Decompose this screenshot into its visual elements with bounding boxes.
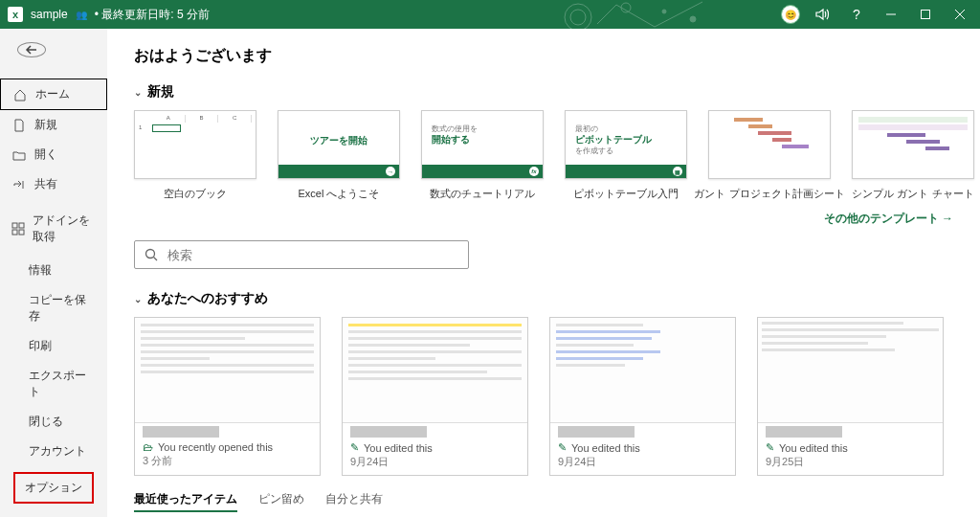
- recent-tabs: 最近使ったアイテム ピン留め 自分と共有: [134, 491, 953, 512]
- file-name-placeholder: [143, 426, 219, 438]
- svg-rect-10: [19, 223, 24, 228]
- help-icon[interactable]: ?: [844, 2, 869, 27]
- template-gantt-project[interactable]: ガント プロジェクト計画シート: [708, 110, 831, 201]
- titlebar-decoration: [559, 0, 808, 29]
- svg-point-0: [570, 10, 586, 25]
- svg-point-2: [621, 3, 631, 12]
- sidebar-item-open[interactable]: 開く: [0, 140, 107, 169]
- recommended-item[interactable]: 🗁You recently opened this 3 分前: [134, 317, 321, 476]
- sidebar-item-addins[interactable]: アドインを取得: [0, 206, 107, 252]
- template-pivot[interactable]: 最初のピボットテーブルを作成する ▦ ピボットテーブル入門: [565, 110, 687, 201]
- template-blank[interactable]: ABC 1 空白のブック: [134, 110, 256, 201]
- open-folder-icon: [11, 147, 27, 163]
- new-section-header[interactable]: ⌄ 新規: [134, 83, 953, 101]
- search-box[interactable]: [134, 240, 469, 269]
- fx-icon: fx: [529, 167, 539, 176]
- recommended-list: 🗁You recently opened this 3 分前 ✎You edit…: [134, 317, 953, 476]
- sidebar-item-label: アドインを取得: [33, 213, 96, 245]
- sidebar-item-print[interactable]: 印刷: [0, 331, 107, 361]
- sidebar-item-label: 開く: [34, 146, 57, 163]
- new-file-icon: [11, 118, 27, 133]
- share-icon: [11, 177, 27, 192]
- sidebar-item-options[interactable]: オプション: [13, 472, 94, 504]
- sidebar-item-export[interactable]: エクスポート: [0, 361, 107, 407]
- pen-icon: ✎: [766, 441, 774, 454]
- svg-rect-9: [12, 223, 17, 228]
- sidebar-item-account[interactable]: アカウント: [0, 437, 107, 466]
- main-content: おはようございます ⌄ 新規 ABC 1 空白のブック ツアーを開始 →: [107, 29, 980, 517]
- recommended-section-header[interactable]: ⌄ あなたへのおすすめ: [134, 290, 953, 307]
- share-indicator-icon: 👥: [76, 10, 87, 20]
- file-name-placeholder: [558, 426, 635, 438]
- sidebar: ホーム 新規 開く 共有 アドインを取得 情報 コピーを保存 印刷 エクスポート…: [0, 29, 107, 517]
- user-avatar[interactable]: 😊: [781, 5, 800, 24]
- svg-line-14: [154, 258, 158, 261]
- tab-recent[interactable]: 最近使ったアイテム: [134, 491, 237, 512]
- file-name-placeholder: [350, 426, 427, 438]
- pen-icon: ✎: [350, 441, 359, 454]
- addins-icon: [11, 221, 25, 236]
- tab-pinned[interactable]: ピン留め: [258, 491, 304, 512]
- template-gallery: ABC 1 空白のブック ツアーを開始 → Excel へようこそ 数式の使用を…: [134, 110, 953, 201]
- search-input[interactable]: [167, 248, 458, 262]
- sidebar-item-info[interactable]: 情報: [0, 256, 107, 285]
- home-icon: [12, 87, 28, 102]
- file-name: sample: [31, 8, 68, 21]
- sidebar-item-home[interactable]: ホーム: [0, 79, 107, 110]
- svg-point-1: [565, 4, 591, 29]
- whats-new-icon[interactable]: [810, 2, 835, 27]
- last-saved: • 最終更新日時: 5 分前: [95, 7, 210, 23]
- sidebar-item-label: ホーム: [35, 86, 70, 102]
- chevron-down-icon: ⌄: [134, 294, 142, 304]
- svg-point-3: [690, 16, 696, 22]
- greeting: おはようございます: [134, 46, 953, 66]
- folder-open-icon: 🗁: [143, 441, 153, 453]
- titlebar: x sample 👥 • 最終更新日時: 5 分前 😊 ?: [0, 0, 980, 29]
- sidebar-item-share[interactable]: 共有: [0, 169, 107, 199]
- sidebar-item-label: 新規: [34, 117, 57, 133]
- svg-rect-11: [12, 230, 17, 235]
- recommended-item[interactable]: ✎You edited this 9月24日: [549, 317, 736, 476]
- arrow-right-icon: →: [386, 167, 395, 176]
- excel-app-icon: x: [8, 7, 23, 22]
- more-templates-link[interactable]: その他のテンプレート →: [134, 211, 953, 227]
- sidebar-item-new[interactable]: 新規: [0, 110, 107, 140]
- pen-icon: ✎: [558, 441, 567, 454]
- recommended-item[interactable]: ✎You edited this 9月24日: [342, 317, 528, 476]
- sidebar-item-close[interactable]: 閉じる: [0, 407, 107, 437]
- tab-shared[interactable]: 自分と共有: [325, 491, 383, 512]
- pivot-icon: ▦: [673, 167, 682, 176]
- template-welcome[interactable]: ツアーを開始 → Excel へようこそ: [278, 110, 400, 201]
- back-button[interactable]: [17, 42, 46, 57]
- svg-point-13: [146, 250, 155, 258]
- recommended-item[interactable]: ✎You edited this 9月25日: [757, 317, 944, 476]
- svg-rect-6: [922, 11, 930, 19]
- template-gantt-simple[interactable]: シンプル ガント チャート: [852, 110, 974, 201]
- search-icon: [145, 248, 158, 261]
- close-button[interactable]: [947, 2, 972, 27]
- file-name-placeholder: [766, 426, 842, 438]
- sidebar-item-save-copy[interactable]: コピーを保存: [0, 285, 107, 331]
- svg-rect-12: [19, 230, 24, 235]
- minimize-button[interactable]: [879, 2, 903, 27]
- chevron-down-icon: ⌄: [134, 87, 142, 98]
- svg-point-4: [662, 10, 666, 13]
- maximize-button[interactable]: [913, 2, 938, 27]
- template-formula[interactable]: 数式の使用を開始する fx 数式のチュートリアル: [421, 110, 544, 201]
- sidebar-item-label: 共有: [34, 176, 57, 192]
